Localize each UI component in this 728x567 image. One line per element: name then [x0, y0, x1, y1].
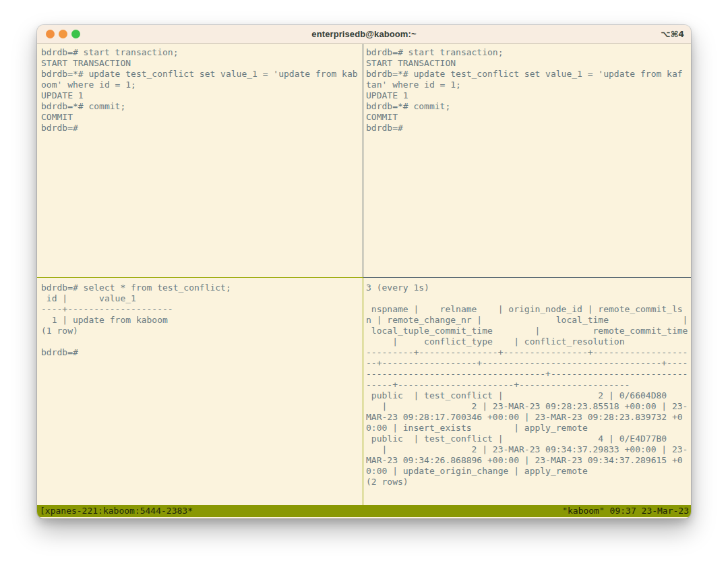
pane-bottom-right-output: 3 (every 1s) nspname | relname | origin_…	[363, 278, 691, 487]
window-bottom-strip	[37, 517, 691, 518]
pane-top-left-output: bdrdb=# start transaction; START TRANSAC…	[37, 44, 363, 133]
zoom-button[interactable]	[71, 30, 80, 38]
terminal-window: enterprisedb@kaboom:~ ⌥⌘4 bdrdb=# start …	[37, 25, 691, 518]
tmux-status-right: "kaboom" 09:37 23-Mar-23	[562, 505, 689, 517]
close-button[interactable]	[46, 30, 55, 38]
desktop: enterprisedb@kaboom:~ ⌥⌘4 bdrdb=# start …	[0, 0, 728, 567]
pane-bottom-left-active[interactable]: bdrdb=# select * from test_conflict; id …	[37, 277, 363, 505]
pane-top-right[interactable]: bdrdb=# start transaction; START TRANSAC…	[363, 44, 691, 277]
pane-top-left[interactable]: bdrdb=# start transaction; START TRANSAC…	[37, 44, 363, 277]
pane-bottom-right[interactable]: 3 (every 1s) nspname | relname | origin_…	[363, 277, 691, 505]
minimize-button[interactable]	[59, 30, 67, 38]
tab-shortcut-badge: ⌥⌘4	[661, 25, 684, 43]
tmux-session: bdrdb=# start transaction; START TRANSAC…	[37, 44, 691, 518]
pane-bottom-left-output: bdrdb=# select * from test_conflict; id …	[37, 278, 363, 358]
bottom-pane-row: bdrdb=# select * from test_conflict; id …	[37, 277, 691, 505]
traffic-lights	[46, 25, 80, 43]
tmux-session-window-item[interactable]: [xpanes-221:kaboom:5444-2383*	[40, 505, 193, 517]
top-pane-row: bdrdb=# start transaction; START TRANSAC…	[37, 44, 691, 277]
tmux-status-bar: [xpanes-221:kaboom:5444-2383* "kaboom" 0…	[37, 505, 691, 517]
titlebar[interactable]: enterprisedb@kaboom:~ ⌥⌘4	[37, 25, 691, 44]
pane-top-right-output: bdrdb=# start transaction; START TRANSAC…	[363, 44, 691, 133]
window-title: enterprisedb@kaboom:~	[311, 25, 416, 43]
